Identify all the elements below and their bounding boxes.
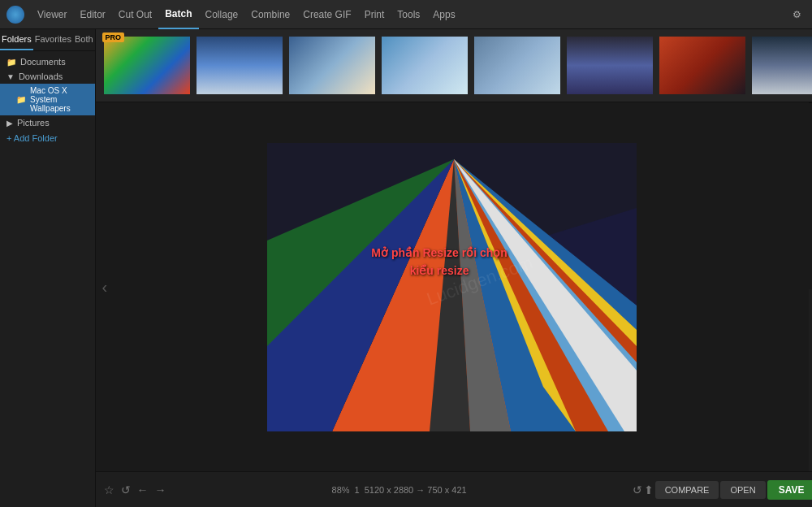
thumb-item-1[interactable] [102,35,192,96]
compare-button[interactable]: COMPARE [655,481,719,499]
folder-icon: 📁 [6,58,16,67]
zoom-info: 88% 1 5120 x 2880 → 750 x 421 [332,485,467,495]
preview-area: ‹ [96,102,809,471]
zoom-percent: 88% [332,485,350,495]
open-button[interactable]: OPEN [720,481,765,499]
share-icon[interactable]: ⬆ [644,483,654,496]
add-folder-button[interactable]: + Add Folder [0,130,95,146]
nav-cutout[interactable]: Cut Out [112,0,158,29]
thumbnail-strip: PRO [96,29,812,102]
pro-badge: PRO [102,32,125,42]
dimensions-info: 5120 x 2880 → 750 x 421 [365,485,467,495]
nav-combine[interactable]: Combine [244,0,296,29]
main-layout: Folders Favorites Both 📁 Documents ▼ Dow… [0,29,812,507]
bottom-bar: ☆ ↺ ← → 88% 1 5120 x 2880 → 750 x 421 ↺ … [96,471,812,507]
folder-list: 📁 Documents ▼ Downloads 📁 Mac OS X Syste… [0,51,95,507]
nav-tools[interactable]: Tools [391,0,426,29]
filmstrip-grid: 5120x288005-0pcf...jpg [809,103,812,289]
nav-batch[interactable]: Batch [158,0,198,29]
back-icon[interactable]: ← [137,483,149,496]
reset-icon[interactable]: ↺ [633,483,642,496]
tab-favorites[interactable]: Favorites [33,29,73,50]
nav-apps[interactable]: Apps [426,0,461,29]
folder-wallpapers[interactable]: 📁 Mac OS X System Wallpapers [0,84,95,115]
nav-collage[interactable]: Collage [199,0,245,29]
thumb-item-6[interactable] [565,35,654,96]
save-button[interactable]: SAVE [767,480,812,500]
bottom-actions: ↺ ⬆ COMPARE OPEN SAVE ··· [633,480,812,500]
tab-folders[interactable]: Folders [0,29,33,50]
prev-nav-left[interactable]: ‹ [96,271,114,303]
folder-expand-icon: ▼ [6,72,15,81]
folder-documents[interactable]: 📁 Documents [0,54,95,69]
thumb-item-2[interactable] [195,35,284,96]
left-sidebar: Folders Favorites Both 📁 Documents ▼ Dow… [0,29,96,507]
top-nav: Viewer Editor Cut Out Batch Collage Comb… [0,0,812,29]
preview-image: Lucidgen.com Mở phần Resize rồi chọnkiểu… [267,143,637,431]
content-area: PRO ‹ [96,29,812,507]
bottom-icons: ☆ ↺ ← → [104,483,166,496]
nav-viewer[interactable]: Viewer [31,0,73,29]
thumb-item-4[interactable] [380,35,469,96]
sidebar-tabs: Folders Favorites Both [0,29,95,51]
page-number: 1 [355,485,360,495]
thumb-item-5[interactable] [473,35,562,96]
nav-gif[interactable]: Create GIF [296,0,357,29]
thumb-item-7[interactable] [658,35,747,96]
settings-icon[interactable]: ⚙ [788,6,806,24]
star-icon[interactable]: ☆ [104,483,114,496]
thumb-item-8[interactable] [750,35,812,96]
refresh-icon[interactable]: ↺ [121,483,131,496]
tab-both[interactable]: Both [73,29,95,50]
app-icon [6,6,24,24]
thumb-item-3[interactable] [287,35,377,96]
forward-icon[interactable]: → [155,483,166,496]
filmstrip: 5120x288005-0pcf...jpg [809,102,812,289]
folder-icon: 📁 [16,95,26,104]
nav-print[interactable]: Print [358,0,391,29]
nav-editor[interactable]: Editor [73,0,111,29]
main-image: Lucidgen.com [267,143,637,431]
folder-pictures[interactable]: ▶ Pictures [0,115,95,130]
folder-downloads[interactable]: ▼ Downloads [0,69,95,84]
folder-icon: ▶ [6,119,13,128]
